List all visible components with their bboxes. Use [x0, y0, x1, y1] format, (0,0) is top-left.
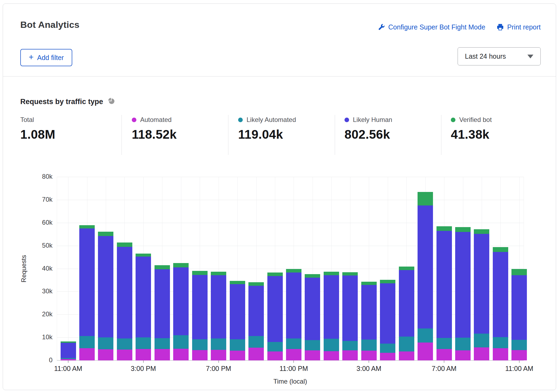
bar-segment-likely-human[interactable]	[286, 273, 301, 338]
bar-segment-likely-automated[interactable]	[61, 358, 76, 359]
bar-segment-likely-automated[interactable]	[342, 341, 358, 350]
print-report-link[interactable]: Print report	[497, 23, 541, 31]
bar-segment-verified-bot[interactable]	[305, 274, 320, 278]
bar-segment-likely-human[interactable]	[79, 228, 95, 336]
stat-likely-automated[interactable]: Likely Automated 119.04k	[238, 116, 296, 142]
bar-segment-automated[interactable]	[342, 350, 358, 360]
bar-segment-likely-human[interactable]	[455, 232, 471, 338]
bar-segment-verified-bot[interactable]	[248, 282, 264, 286]
bar-segment-likely-human[interactable]	[117, 247, 132, 338]
bar-segment-likely-human[interactable]	[418, 205, 433, 328]
bar-segment-likely-automated[interactable]	[267, 342, 283, 351]
bar-segment-likely-human[interactable]	[511, 275, 527, 340]
bar-segment-likely-automated[interactable]	[399, 337, 414, 351]
bar-segment-likely-human[interactable]	[248, 286, 264, 336]
bar-segment-likely-automated[interactable]	[493, 337, 508, 348]
bar-segment-likely-automated[interactable]	[418, 328, 433, 343]
bar-segment-automated[interactable]	[117, 350, 132, 360]
bar-segment-automated[interactable]	[155, 349, 170, 360]
bar-segment-verified-bot[interactable]	[192, 271, 208, 275]
bar-segment-verified-bot[interactable]	[79, 225, 95, 228]
stat-verified-bot[interactable]: Verified bot 41.38k	[451, 116, 492, 142]
bar-segment-automated[interactable]	[230, 351, 245, 361]
bar-segment-likely-automated[interactable]	[192, 339, 208, 350]
bar-segment-likely-human[interactable]	[493, 252, 508, 337]
bar-segment-verified-bot[interactable]	[117, 242, 132, 247]
bar-segment-automated[interactable]	[211, 350, 226, 360]
bar-segment-likely-human[interactable]	[267, 276, 283, 342]
bar-segment-verified-bot[interactable]	[286, 269, 301, 273]
bar-segment-automated[interactable]	[361, 351, 377, 360]
bar-segment-likely-automated[interactable]	[248, 336, 264, 348]
bar-segment-likely-human[interactable]	[436, 231, 452, 338]
bar-segment-likely-automated[interactable]	[455, 338, 471, 350]
bar-segment-verified-bot[interactable]	[155, 265, 170, 269]
bar-segment-automated[interactable]	[474, 347, 489, 360]
bar-segment-likely-human[interactable]	[305, 278, 320, 340]
bar-segment-verified-bot[interactable]	[211, 272, 226, 275]
bar-segment-likely-human[interactable]	[342, 275, 358, 341]
add-filter-button[interactable]: + Add filter	[20, 49, 72, 66]
bar-segment-automated[interactable]	[248, 348, 264, 360]
bar-segment-likely-automated[interactable]	[511, 340, 527, 350]
bar-segment-likely-human[interactable]	[98, 236, 113, 337]
bar-segment-likely-human[interactable]	[380, 283, 395, 344]
bar-segment-likely-automated[interactable]	[361, 340, 377, 351]
bar-segment-verified-bot[interactable]	[511, 269, 527, 275]
bar-segment-verified-bot[interactable]	[324, 272, 339, 275]
bar-segment-verified-bot[interactable]	[361, 282, 377, 285]
time-range-dropdown[interactable]: Last 24 hours	[458, 47, 541, 65]
bar-segment-verified-bot[interactable]	[455, 227, 471, 232]
bar-segment-verified-bot[interactable]	[173, 263, 189, 267]
bar-segment-likely-automated[interactable]	[117, 338, 132, 350]
stat-automated[interactable]: Automated 118.52k	[132, 116, 177, 142]
bar-segment-likely-automated[interactable]	[305, 340, 320, 350]
bar-segment-likely-automated[interactable]	[380, 344, 395, 353]
bar-segment-likely-automated[interactable]	[324, 339, 339, 351]
bar-segment-automated[interactable]	[418, 343, 433, 360]
bar-segment-verified-bot[interactable]	[342, 272, 358, 275]
bar-segment-likely-automated[interactable]	[98, 337, 113, 349]
bar-segment-automated[interactable]	[79, 348, 95, 360]
bar-segment-likely-human[interactable]	[211, 275, 226, 338]
bar-segment-automated[interactable]	[455, 350, 471, 360]
bar-segment-automated[interactable]	[286, 349, 301, 360]
bar-segment-automated[interactable]	[493, 348, 508, 360]
bar-segment-automated[interactable]	[380, 353, 395, 360]
bar-segment-likely-human[interactable]	[399, 270, 414, 337]
configure-super-bot-fight-mode-link[interactable]: Configure Super Bot Fight Mode	[378, 23, 485, 31]
bar-segment-likely-human[interactable]	[361, 285, 377, 340]
bar-segment-verified-bot[interactable]	[98, 232, 113, 236]
bar-segment-automated[interactable]	[136, 349, 151, 360]
bar-segment-verified-bot[interactable]	[436, 226, 452, 231]
bar-segment-likely-human[interactable]	[230, 284, 245, 339]
bar-segment-likely-automated[interactable]	[474, 334, 489, 347]
bar-segment-automated[interactable]	[192, 350, 208, 360]
bar-segment-verified-bot[interactable]	[418, 192, 433, 205]
bar-segment-likely-automated[interactable]	[436, 338, 452, 349]
bar-segment-automated[interactable]	[399, 351, 414, 360]
bar-segment-likely-human[interactable]	[192, 275, 208, 339]
stat-likely-human[interactable]: Likely Human 802.56k	[344, 116, 392, 142]
bar-segment-likely-human[interactable]	[474, 234, 489, 333]
bar-segment-likely-automated[interactable]	[79, 336, 95, 348]
bar-segment-automated[interactable]	[324, 351, 339, 360]
bar-segment-verified-bot[interactable]	[267, 273, 283, 276]
bar-segment-likely-human[interactable]	[136, 257, 151, 337]
bar-segment-likely-automated[interactable]	[136, 337, 151, 349]
bar-segment-verified-bot[interactable]	[399, 267, 414, 270]
bar-segment-likely-human[interactable]	[173, 267, 189, 335]
bar-segment-likely-automated[interactable]	[230, 339, 245, 351]
bar-segment-automated[interactable]	[305, 350, 320, 360]
bar-segment-verified-bot[interactable]	[136, 254, 151, 257]
bar-segment-likely-human[interactable]	[155, 269, 170, 338]
bar-segment-automated[interactable]	[267, 351, 283, 360]
bar-segment-likely-automated[interactable]	[211, 338, 226, 350]
bar-segment-automated[interactable]	[173, 349, 189, 360]
bar-segment-verified-bot[interactable]	[380, 280, 395, 283]
bar-segment-verified-bot[interactable]	[230, 281, 245, 284]
bar-segment-likely-automated[interactable]	[173, 335, 189, 349]
bar-segment-verified-bot[interactable]	[493, 247, 508, 252]
bar-segment-automated[interactable]	[436, 349, 452, 360]
bar-segment-verified-bot[interactable]	[61, 341, 76, 343]
